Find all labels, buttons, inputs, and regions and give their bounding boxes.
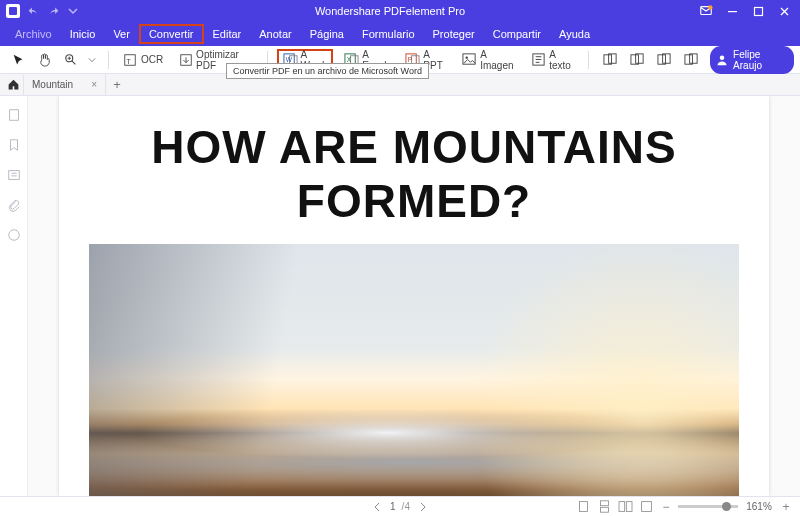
- zoom-tool[interactable]: [59, 49, 83, 71]
- doc-tab[interactable]: Mountain ×: [24, 74, 106, 96]
- svg-rect-4: [728, 11, 737, 12]
- batch-2-button[interactable]: [625, 49, 650, 71]
- dropdown-icon[interactable]: [66, 4, 80, 18]
- svg-rect-5: [754, 7, 762, 15]
- menu-editar[interactable]: Editar: [204, 24, 251, 44]
- page: HOW ARE MOUNTAINS FORMED?: [59, 96, 769, 496]
- view-two-icon[interactable]: [618, 499, 633, 514]
- home-tab[interactable]: [4, 75, 24, 95]
- select-tool[interactable]: [6, 49, 30, 71]
- menu-pagina[interactable]: Página: [301, 24, 353, 44]
- svg-rect-39: [642, 502, 652, 512]
- menu-compartir[interactable]: Compartir: [484, 24, 550, 44]
- zoom-level[interactable]: 161%: [744, 501, 774, 512]
- to-image-label: A Imagen: [480, 49, 515, 71]
- app-title: Wondershare PDFelement Pro: [86, 5, 694, 17]
- thumbnails-icon[interactable]: [7, 108, 21, 124]
- separator: [108, 51, 109, 69]
- title-bar: Wondershare PDFelement Pro: [0, 0, 800, 22]
- main-area: HOW ARE MOUNTAINS FORMED?: [0, 96, 800, 496]
- close-button[interactable]: [772, 2, 796, 20]
- redo-icon[interactable]: [46, 4, 60, 18]
- optimize-icon: [179, 52, 193, 67]
- comments-icon[interactable]: [7, 228, 21, 244]
- app-icon: [6, 4, 20, 18]
- view-fullscreen-icon[interactable]: [639, 499, 654, 514]
- notify-icon[interactable]: [694, 2, 718, 20]
- user-name: Felipe Araujo: [733, 49, 784, 71]
- image-icon: [462, 52, 477, 67]
- svg-point-3: [708, 5, 712, 9]
- user-icon: [716, 53, 728, 67]
- page-current[interactable]: 1: [390, 501, 396, 512]
- ocr-label: OCR: [141, 54, 163, 65]
- to-text-button[interactable]: A texto: [526, 49, 579, 71]
- minimize-button[interactable]: [720, 2, 744, 20]
- zoom-in-button[interactable]: +: [780, 500, 792, 514]
- text-icon: [531, 52, 546, 67]
- menu-bar: Archivo Inicio Ver Convertir Editar Anot…: [0, 22, 800, 46]
- menu-ver[interactable]: Ver: [104, 24, 139, 44]
- status-bar: 1 /4 − 161% +: [0, 496, 800, 516]
- menu-ayuda[interactable]: Ayuda: [550, 24, 599, 44]
- bookmarks-icon[interactable]: [7, 138, 21, 154]
- svg-rect-31: [9, 110, 18, 121]
- menu-proteger[interactable]: Proteger: [424, 24, 484, 44]
- document-view[interactable]: HOW ARE MOUNTAINS FORMED?: [28, 96, 800, 496]
- mountain-photo: [89, 244, 739, 496]
- ocr-icon: T: [123, 52, 138, 67]
- prev-page-icon[interactable]: [369, 499, 384, 514]
- menu-archivo[interactable]: Archivo: [6, 24, 61, 44]
- view-continuous-icon[interactable]: [597, 499, 612, 514]
- svg-rect-36: [600, 507, 608, 512]
- svg-rect-1: [9, 7, 17, 15]
- undo-icon[interactable]: [26, 4, 40, 18]
- menu-formulario[interactable]: Formulario: [353, 24, 424, 44]
- add-tab-button[interactable]: +: [106, 77, 128, 92]
- doc-tab-label: Mountain: [32, 79, 73, 90]
- svg-rect-38: [626, 502, 632, 512]
- tooltip: Convertir PDF en un archivo de Microsoft…: [226, 63, 429, 79]
- pager: 1 /4: [369, 499, 431, 514]
- svg-rect-34: [579, 502, 587, 512]
- left-sidebar: [0, 96, 28, 496]
- separator: [588, 51, 589, 69]
- user-chip[interactable]: Felipe Araujo: [710, 46, 794, 74]
- to-image-button[interactable]: A Imagen: [457, 49, 520, 71]
- batch-3-button[interactable]: [652, 49, 677, 71]
- svg-rect-35: [600, 501, 608, 506]
- batch-1-button[interactable]: [598, 49, 623, 71]
- menu-anotar[interactable]: Anotar: [250, 24, 300, 44]
- ocr-button[interactable]: T OCR: [118, 49, 168, 71]
- attachments-icon[interactable]: [7, 198, 21, 214]
- next-page-icon[interactable]: [416, 499, 431, 514]
- zoom-slider[interactable]: [678, 505, 738, 508]
- maximize-button[interactable]: [746, 2, 770, 20]
- view-single-icon[interactable]: [576, 499, 591, 514]
- hand-tool[interactable]: [32, 49, 57, 71]
- tab-close-icon[interactable]: ×: [91, 79, 97, 90]
- window-buttons: [694, 2, 800, 20]
- zoom-out-button[interactable]: −: [660, 500, 672, 514]
- tool-dropdown-icon[interactable]: [85, 53, 99, 67]
- page-total: /4: [402, 501, 410, 512]
- menu-convertir[interactable]: Convertir: [139, 24, 204, 44]
- svg-point-30: [720, 55, 725, 60]
- page-heading: HOW ARE MOUNTAINS FORMED?: [89, 120, 739, 228]
- search-panel-icon[interactable]: [7, 168, 21, 184]
- menu-inicio[interactable]: Inicio: [61, 24, 105, 44]
- batch-4-button[interactable]: [679, 49, 704, 71]
- svg-point-33: [8, 230, 19, 241]
- svg-point-20: [466, 56, 468, 58]
- to-text-label: A texto: [549, 49, 574, 71]
- svg-rect-32: [8, 171, 19, 180]
- svg-rect-37: [619, 502, 625, 512]
- titlebar-left-icons: [0, 4, 86, 18]
- svg-text:T: T: [127, 57, 132, 64]
